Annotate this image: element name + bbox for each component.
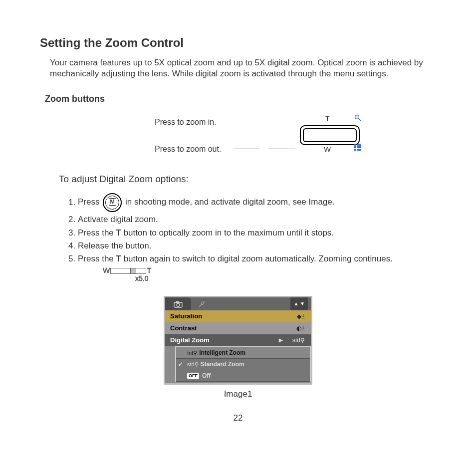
svg-rect-6 <box>359 144 361 146</box>
svg-rect-12 <box>359 149 361 151</box>
zoom-out-label: Press to zoom out. <box>155 144 221 155</box>
w-mark: W <box>103 266 110 274</box>
t-label-icon: T <box>325 115 330 122</box>
list-item: Press M in shooting mode, and activate d… <box>78 192 436 213</box>
menu-row-saturation: Saturation ◆± <box>165 310 311 322</box>
section-zoom-buttons: Zoom buttons <box>45 93 436 105</box>
image-caption: Image1 <box>40 389 436 400</box>
menu-label: Saturation <box>170 312 202 320</box>
check-icon: ✓ <box>178 359 183 370</box>
step-text: in shooting mode, and activate digital z… <box>125 198 335 207</box>
intelligent-zoom-icon: Int⚲ <box>187 350 197 356</box>
off-badge-icon: OFF <box>187 373 199 379</box>
list-item: Activate digital zoom. <box>78 213 436 226</box>
svg-rect-11 <box>357 149 359 151</box>
menu-label: Digital Zoom <box>170 336 210 344</box>
svg-rect-10 <box>354 149 356 151</box>
wrench-tab-icon <box>191 297 212 310</box>
svg-rect-4 <box>354 144 356 146</box>
chevron-right-icon: ▶ <box>279 334 283 346</box>
standard-zoom-icon: std⚲ <box>187 361 199 367</box>
zoom-mode-icon: std⚲ <box>292 334 305 346</box>
list-item: Press the T button to optically zoom in … <box>78 227 436 239</box>
zoom-button-diagram: Press to zoom in. Press to zoom out. T W <box>155 115 436 160</box>
submenu-label: Standard Zoom <box>201 361 244 368</box>
svg-point-14 <box>177 303 180 306</box>
step-text: Press the <box>78 254 116 263</box>
intro-paragraph: Your camera features up to 5X optical zo… <box>50 57 436 79</box>
thumbnail-grid-icon <box>354 144 361 151</box>
w-label-icon: W <box>324 145 331 153</box>
menu-row-contrast: Contrast ◐± <box>165 322 311 334</box>
zoom-scale-icon: WT <box>103 266 436 274</box>
leader-line <box>229 122 259 122</box>
menu-row-digital-zoom: Digital Zoom ▶ std⚲ <box>165 334 311 346</box>
zoom-rocker-icon <box>300 125 360 145</box>
page-title: Setting the Zoom Control <box>40 35 436 50</box>
leader-line <box>235 149 259 149</box>
submenu-label: Off <box>202 372 211 379</box>
svg-rect-9 <box>359 146 361 148</box>
page-number: 22 <box>40 413 436 424</box>
list-item: Release the button. <box>78 239 436 252</box>
saturation-icon: ◆± <box>297 310 305 322</box>
step-text: Press the <box>78 228 116 238</box>
list-item: Press the T button again to switch to di… <box>78 252 436 284</box>
magnify-plus-icon <box>354 114 361 121</box>
svg-rect-7 <box>354 146 356 148</box>
submenu-item-intelligent: Int⚲Intelligent Zoom <box>176 347 310 359</box>
zoom-in-label: Press to zoom in. <box>155 117 217 128</box>
leader-line <box>268 122 295 122</box>
menu-button-icon: M <box>103 193 122 212</box>
svg-rect-5 <box>357 144 359 146</box>
zoom-value: x5.0 <box>135 274 436 283</box>
svg-line-1 <box>359 118 361 121</box>
t-key: T <box>116 228 121 238</box>
camera-tab-icon <box>165 297 191 310</box>
t-mark: T <box>147 266 151 274</box>
t-key: T <box>116 254 121 263</box>
submenu-item-standard: ✓ std⚲Standard Zoom <box>176 359 310 370</box>
step-text: Press <box>78 198 99 207</box>
leader-line <box>268 149 295 149</box>
submenu-label: Intelligent Zoom <box>199 349 245 356</box>
svg-rect-15 <box>176 301 179 303</box>
step-text: button again to switch to digital zoom a… <box>121 254 393 263</box>
submenu-popup: Int⚲Intelligent Zoom ✓ std⚲Standard Zoom… <box>175 346 311 382</box>
svg-rect-8 <box>357 146 359 148</box>
digital-zoom-subheading: To adjust Digital Zoom options: <box>59 173 436 186</box>
contrast-icon: ◐± <box>296 322 305 334</box>
step-text: button to optically zoom in to the maxim… <box>121 228 334 238</box>
menu-label: Contrast <box>170 324 197 332</box>
nav-arrows-icon: ▲ ▼ <box>290 297 308 310</box>
submenu-item-off: OFFOff <box>176 370 310 382</box>
lcd-menu-image: ▲ ▼ Saturation ◆± Contrast ◐± Digital Zo… <box>164 296 312 385</box>
instruction-list: Press M in shooting mode, and activate d… <box>65 192 436 284</box>
